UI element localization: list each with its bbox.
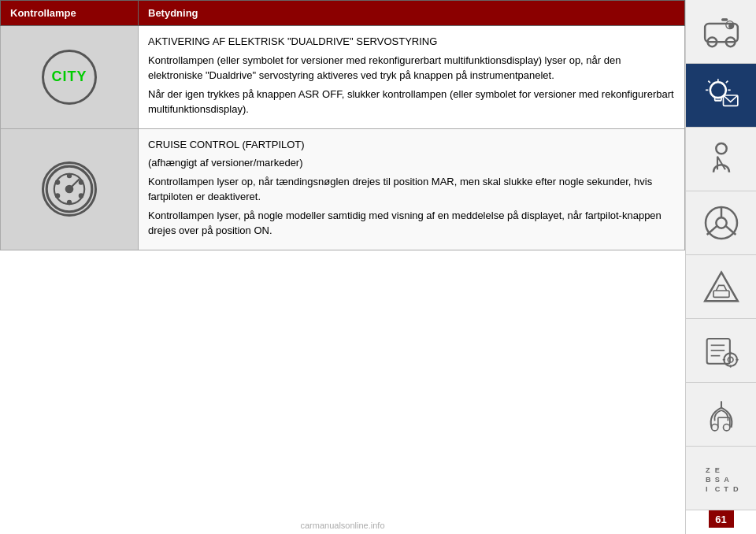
content-table: Kontrollampe Betydning CITY AKTIVERING A… xyxy=(0,0,685,250)
sidebar-item-technical[interactable] xyxy=(686,383,756,447)
steering-wheel-icon xyxy=(702,203,741,243)
city-icon-cell: CITY xyxy=(1,26,139,129)
sidebar-item-car-info[interactable]: i xyxy=(686,0,756,64)
svg-text:B: B xyxy=(706,476,711,484)
svg-point-30 xyxy=(716,217,726,228)
sidebar-item-index[interactable]: Z E B S A I C T D xyxy=(686,447,756,510)
safety-icon xyxy=(702,139,741,179)
svg-point-5 xyxy=(79,193,83,198)
watermark: carmanualsonline.info xyxy=(300,521,384,530)
city-line-2: Kontrollampen (eller symbolet for versio… xyxy=(148,53,675,83)
page-number: 61 xyxy=(709,510,734,528)
cruise-line-1: CRUISE CONTROL (FARTPILOT) xyxy=(148,137,675,153)
sidebar-item-warning-lights[interactable] xyxy=(686,64,756,128)
maintenance-icon xyxy=(702,331,741,370)
svg-point-6 xyxy=(55,193,60,198)
svg-text:S: S xyxy=(715,476,720,484)
svg-text:A: A xyxy=(724,476,729,484)
city-line-1: AKTIVERING AF ELEKTRISK "DUALDRIVE" SERV… xyxy=(148,34,675,50)
sidebar: i xyxy=(685,0,756,534)
svg-point-7 xyxy=(67,200,72,205)
cruise-line-3: Kontrollampen lyser op, når tændingsnøgl… xyxy=(148,174,675,205)
col-header-lamp: Kontrollampe xyxy=(1,1,139,26)
table-row: CRUISE CONTROL (FARTPILOT) (afhængigt af… xyxy=(1,128,685,250)
cruise-control-icon xyxy=(42,161,97,217)
svg-line-23 xyxy=(708,81,710,83)
svg-point-3 xyxy=(79,180,83,184)
svg-text:D: D xyxy=(733,485,739,493)
technical-icon xyxy=(702,395,741,434)
cruise-svg xyxy=(44,164,94,214)
sidebar-item-maintenance[interactable] xyxy=(686,319,756,383)
city-icon: CITY xyxy=(42,50,97,105)
svg-text:C: C xyxy=(715,485,721,493)
svg-point-47 xyxy=(712,425,718,431)
svg-text:E: E xyxy=(715,466,720,474)
svg-point-26 xyxy=(716,143,726,154)
svg-text:T: T xyxy=(724,485,728,493)
svg-line-27 xyxy=(717,157,725,170)
svg-rect-13 xyxy=(721,18,728,20)
table-row: CITY AKTIVERING AF ELEKTRISK "DUALDRIVE"… xyxy=(1,26,685,129)
warning-lights-icon xyxy=(702,76,741,115)
sidebar-item-safety[interactable] xyxy=(686,128,756,191)
svg-text:I: I xyxy=(706,485,708,493)
car-info-icon: i xyxy=(702,12,741,51)
city-line-3: Når der igen trykkes på knappen ASR OFF,… xyxy=(148,87,675,117)
cruise-icon-cell xyxy=(1,128,139,250)
sidebar-item-driving[interactable] xyxy=(686,255,756,319)
col-header-meaning: Betydning xyxy=(139,1,685,26)
svg-rect-35 xyxy=(713,291,729,297)
svg-text:Z: Z xyxy=(706,466,710,474)
main-content: Kontrollampe Betydning CITY AKTIVERING A… xyxy=(0,0,685,534)
svg-point-2 xyxy=(67,173,72,178)
driving-icon xyxy=(702,267,741,306)
svg-line-9 xyxy=(69,179,80,189)
cruise-text-cell: CRUISE CONTROL (FARTPILOT) (afhængigt af… xyxy=(139,128,685,250)
cruise-line-4: Kontrollampen lyser, på nogle modeller s… xyxy=(148,208,675,239)
sidebar-item-controls[interactable] xyxy=(686,191,756,255)
svg-point-48 xyxy=(724,425,730,431)
svg-point-4 xyxy=(55,180,60,184)
index-icon: Z E B S A I C T D xyxy=(702,458,741,498)
svg-line-24 xyxy=(726,81,728,83)
city-label: CITY xyxy=(51,69,87,85)
cruise-line-2: (afhængigt af versioner/markeder) xyxy=(148,155,675,171)
city-text-cell: AKTIVERING AF ELEKTRISK "DUALDRIVE" SERV… xyxy=(139,26,685,129)
